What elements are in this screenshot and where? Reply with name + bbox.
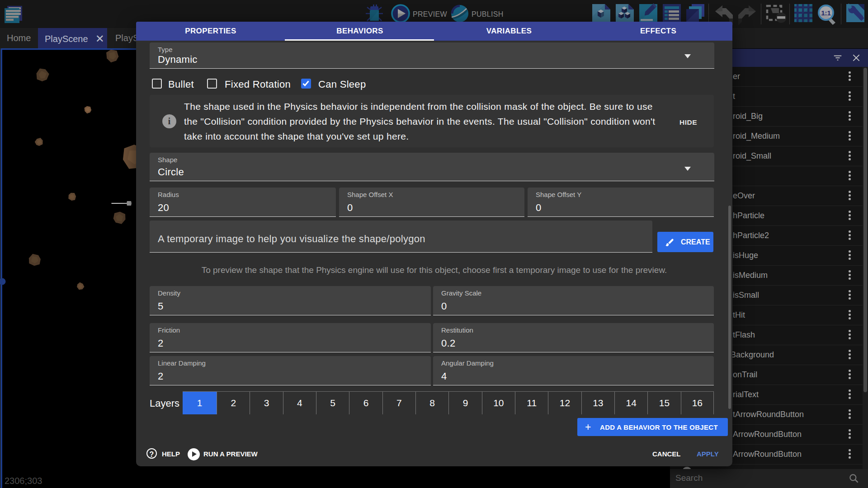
svg-text:1:1: 1:1 [821,9,831,17]
